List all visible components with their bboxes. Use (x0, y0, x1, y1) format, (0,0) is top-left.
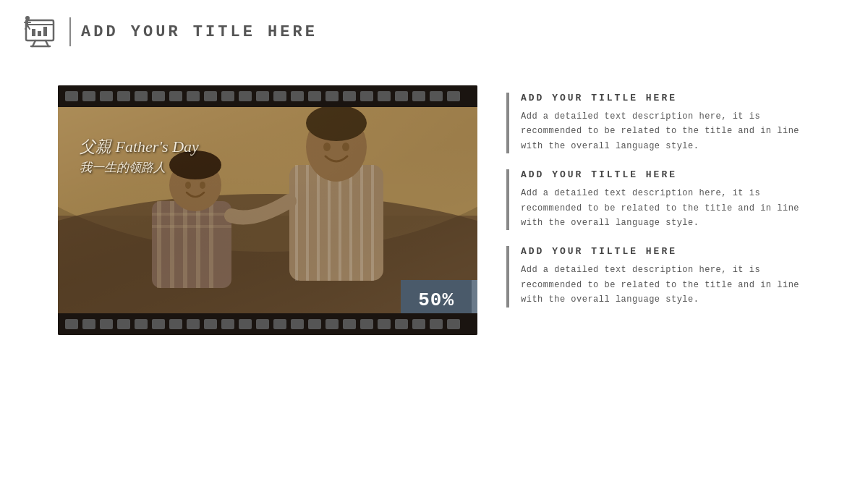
svg-rect-7 (43, 27, 47, 36)
logo-icon (22, 13, 59, 51)
perf-hole (204, 91, 217, 101)
perf-hole (82, 91, 95, 101)
header-title: ADD YOUR TITLE HERE (81, 23, 318, 41)
perf-hole (343, 91, 356, 101)
text-block-2: ADD YOUR TILTLE HERE Add a detailed text… (506, 169, 810, 230)
perf-hole (169, 91, 182, 101)
perf-hole (308, 319, 321, 329)
perf-hole (152, 319, 165, 329)
perf-hole (378, 319, 391, 329)
perf-hole (117, 91, 130, 101)
right-panel: ADD YOUR TILTLE HERE Add a detailed text… (506, 85, 810, 323)
perf-hole (117, 319, 130, 329)
photo-text-overlay: 父親 Father's Day 我一生的领路人 (80, 136, 199, 176)
text-block-3: ADD YOUR TILTLE HERE Add a detailed text… (506, 246, 810, 307)
text-block-body-1: Add a detailed text description here, it… (521, 109, 810, 153)
svg-rect-5 (32, 29, 35, 36)
perf-hole (65, 319, 78, 329)
perf-hole (430, 319, 443, 329)
perf-hole (273, 319, 286, 329)
perf-hole (256, 91, 269, 101)
perf-hole (221, 91, 234, 101)
perf-hole (273, 91, 286, 101)
perf-hole (447, 319, 460, 329)
text-block-content-1: ADD YOUR TILTLE HERE Add a detailed text… (521, 93, 810, 153)
perf-hole (239, 319, 252, 329)
perf-hole (82, 319, 95, 329)
perf-hole (378, 91, 391, 101)
text-block-border-3 (506, 246, 509, 307)
header-divider (69, 17, 71, 46)
film-perforations-bottom (58, 313, 477, 335)
header: ADD YOUR TITLE HERE (0, 0, 868, 64)
svg-point-29 (342, 143, 349, 151)
perf-hole (256, 319, 269, 329)
perf-hole (135, 319, 148, 329)
svg-rect-6 (38, 31, 41, 36)
text-block-content-3: ADD YOUR TILTLE HERE Add a detailed text… (521, 246, 810, 307)
text-block-title-1: ADD YOUR TILTLE HERE (521, 93, 810, 103)
main-content: 父親 Father's Day 我一生的领路人 (0, 71, 868, 349)
perf-hole (169, 319, 182, 329)
svg-point-41 (200, 182, 205, 189)
perf-hole (326, 91, 339, 101)
perf-hole (187, 319, 200, 329)
text-block-body-3: Add a detailed text description here, it… (521, 263, 810, 307)
perf-hole (221, 319, 234, 329)
svg-point-28 (323, 143, 331, 151)
perf-hole (291, 319, 304, 329)
perf-hole (100, 319, 113, 329)
perf-hole (135, 91, 148, 101)
photo-text-chinese: 父親 Father's Day (80, 136, 199, 158)
perf-hole (430, 91, 443, 101)
perf-hole (412, 91, 425, 101)
svg-rect-0 (26, 20, 54, 41)
text-block-body-2: Add a detailed text description here, it… (521, 186, 810, 230)
film-perforations-top (58, 85, 477, 107)
perf-hole (360, 91, 373, 101)
perf-hole (204, 319, 217, 329)
film-strip-container: 父親 Father's Day 我一生的领路人 (58, 85, 477, 335)
svg-point-40 (185, 182, 191, 189)
text-block-1: ADD YOUR TILTLE HERE Add a detailed text… (506, 93, 810, 153)
perf-hole (65, 91, 78, 101)
perf-hole (239, 91, 252, 101)
perf-hole (187, 91, 200, 101)
perf-hole (412, 319, 425, 329)
perf-hole (152, 91, 165, 101)
perf-hole (291, 91, 304, 101)
text-block-content-2: ADD YOUR TILTLE HERE Add a detailed text… (521, 169, 810, 230)
text-block-title-2: ADD YOUR TILTLE HERE (521, 169, 810, 180)
text-block-border-1 (506, 93, 509, 153)
perf-hole (447, 91, 460, 101)
perf-hole (308, 91, 321, 101)
perf-hole (100, 91, 113, 101)
text-block-border-2 (506, 169, 509, 230)
svg-rect-17 (289, 165, 383, 281)
perf-hole (360, 319, 373, 329)
perf-hole (395, 319, 408, 329)
perf-hole (343, 319, 356, 329)
svg-line-12 (27, 25, 30, 29)
photo-text-subtitle: 我一生的领路人 (80, 159, 199, 176)
perf-hole (326, 319, 339, 329)
text-block-title-3: ADD YOUR TILTLE HERE (521, 246, 810, 257)
perf-hole (395, 91, 408, 101)
